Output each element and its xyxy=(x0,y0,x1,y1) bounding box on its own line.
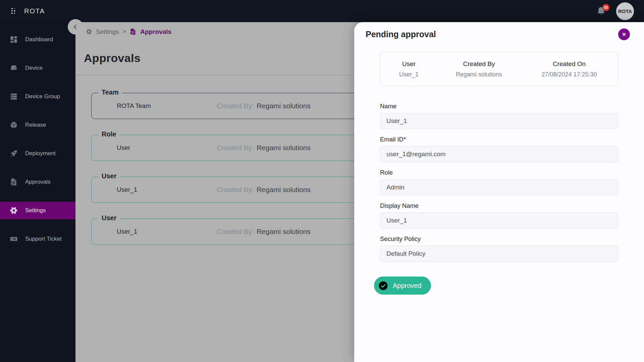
summary-header-created-by: Created By xyxy=(442,60,516,68)
chevron-left-icon xyxy=(72,23,79,31)
card-name: User_1 xyxy=(117,228,137,235)
card-created-by: Created By: Regami solutions xyxy=(217,102,311,110)
sidebar-item-approvals[interactable]: Approvals xyxy=(0,173,75,191)
brand: ROTA xyxy=(10,7,45,15)
card-legend: User xyxy=(98,172,120,180)
sidebar-item-label: Deployment xyxy=(25,150,56,157)
gear-icon xyxy=(86,28,93,35)
display-name-input[interactable] xyxy=(380,213,618,229)
device-group-icon xyxy=(9,92,18,101)
notifications-button[interactable]: 03 xyxy=(596,6,606,16)
breadcrumb-settings[interactable]: Settings xyxy=(96,28,119,36)
created-by-label: Created By: xyxy=(217,186,254,194)
brand-dots-icon xyxy=(10,7,17,15)
summary-values: User_1 Regami solutions 27/08/2024 17:25… xyxy=(390,71,608,78)
release-cube-icon xyxy=(9,121,18,129)
display-name-label: Display Name xyxy=(380,202,618,209)
avatar-text: ROTA xyxy=(618,8,632,14)
role-input[interactable] xyxy=(380,179,618,195)
approvals-doc-icon xyxy=(129,28,137,36)
created-by-value: Regami solutions xyxy=(257,186,311,194)
approvals-doc-icon xyxy=(9,178,18,186)
created-by-value: Regami solutions xyxy=(257,144,311,152)
sidebar-item-release[interactable]: Release xyxy=(0,116,75,134)
breadcrumb: Settings > Approvals xyxy=(86,28,171,36)
drawer-title: Pending approval xyxy=(366,29,436,39)
card-name: User_1 xyxy=(117,186,137,193)
sidebar: Dashboard Device xyxy=(0,22,75,362)
sidebar-item-label: Support Ticket xyxy=(25,236,62,242)
field-role: Role xyxy=(380,169,618,195)
notification-badge: 03 xyxy=(602,4,609,11)
field-display-name: Display Name xyxy=(380,202,618,229)
field-name: Name xyxy=(380,103,618,129)
summary-value-user: User_1 xyxy=(390,71,427,78)
check-circle-icon xyxy=(378,281,388,291)
role-label: Role xyxy=(380,169,618,176)
sidebar-item-label: Release xyxy=(25,122,46,128)
collapse-sidebar-button[interactable] xyxy=(68,19,83,35)
card-created-by: Created By: Regami solutions xyxy=(217,144,311,152)
sidebar-item-support-ticket[interactable]: Support Ticket xyxy=(0,230,75,248)
card-legend: Role xyxy=(98,130,119,138)
card-created-by: Created By: Regami solutions xyxy=(217,228,311,236)
sidebar-item-label: Settings xyxy=(25,207,46,214)
close-drawer-button[interactable]: ✕ xyxy=(618,28,630,40)
created-by-value: Regami solutions xyxy=(257,228,311,236)
settings-gear-icon xyxy=(9,206,18,215)
support-ticket-icon xyxy=(9,235,18,243)
sidebar-item-device[interactable]: Device xyxy=(0,59,75,77)
card-name: ROTA Team xyxy=(117,102,151,110)
summary-value-created-on: 27/08/2024 17:25:30 xyxy=(531,71,608,78)
summary-header-user: User xyxy=(390,60,427,68)
deployment-rocket-icon xyxy=(9,149,18,158)
pending-approval-drawer: Pending approval ✕ User Created By Creat… xyxy=(354,22,644,362)
sidebar-item-label: Dashboard xyxy=(25,36,53,43)
brand-name: ROTA xyxy=(24,7,45,15)
email-input[interactable] xyxy=(380,146,618,162)
approval-summary-card: User Created By Created On User_1 Regami… xyxy=(380,52,618,86)
topbar: ROTA 03 ROTA xyxy=(0,0,644,22)
approval-form: Name Email ID* Role Display Name Securit… xyxy=(380,103,618,268)
dashboard-icon xyxy=(9,35,18,44)
created-by-label: Created By: xyxy=(217,102,254,110)
device-icon xyxy=(9,64,18,72)
field-security-policy: Security Policy xyxy=(380,235,618,262)
created-by-label: Created By: xyxy=(217,144,254,152)
avatar[interactable]: ROTA xyxy=(616,2,634,20)
sidebar-item-label: Device xyxy=(25,65,43,71)
sidebar-item-device-group[interactable]: Device Group xyxy=(0,88,75,105)
security-policy-input[interactable] xyxy=(380,246,618,262)
security-policy-label: Security Policy xyxy=(380,235,618,243)
created-by-label: Created By: xyxy=(217,228,254,236)
close-icon: ✕ xyxy=(622,32,626,38)
sidebar-nav: Dashboard Device xyxy=(0,22,75,248)
card-created-by: Created By: Regami solutions xyxy=(217,186,311,194)
field-email: Email ID* xyxy=(380,136,618,162)
breadcrumb-approvals[interactable]: Approvals xyxy=(140,28,171,36)
sidebar-item-label: Approvals xyxy=(25,179,51,185)
summary-value-created-by: Regami solutions xyxy=(442,71,516,78)
app-screen: ROTA 03 ROTA xyxy=(0,0,644,362)
sidebar-item-settings[interactable]: Settings xyxy=(0,202,75,219)
summary-header-created-on: Created On xyxy=(531,60,608,68)
email-label: Email ID* xyxy=(380,136,618,143)
sidebar-item-deployment[interactable]: Deployment xyxy=(0,145,75,162)
card-name: User xyxy=(117,144,130,152)
topbar-right: 03 ROTA xyxy=(596,2,634,20)
sidebar-item-dashboard[interactable]: Dashboard xyxy=(0,31,75,48)
card-legend: Team xyxy=(98,88,122,96)
approved-button-label: Approved xyxy=(393,282,422,290)
page-title: Approvals xyxy=(84,52,141,65)
name-input[interactable] xyxy=(380,113,618,129)
sidebar-item-label: Device Group xyxy=(25,93,60,100)
summary-headers: User Created By Created On xyxy=(390,60,608,68)
name-label: Name xyxy=(380,103,618,110)
breadcrumb-separator: > xyxy=(122,28,126,35)
approved-button[interactable]: Approved xyxy=(374,277,431,295)
created-by-value: Regami solutions xyxy=(257,102,311,110)
card-legend: User xyxy=(98,214,120,222)
